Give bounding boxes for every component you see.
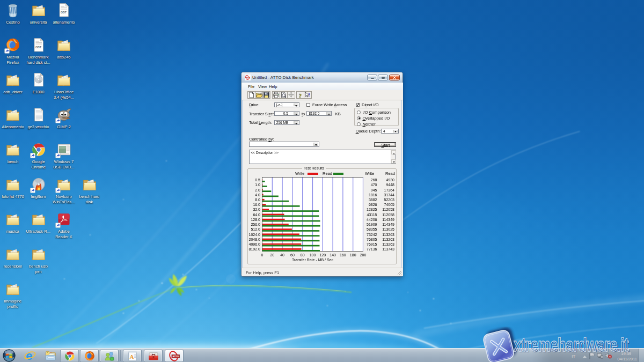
svg-text:xtremehardware.it: xtremehardware.it: [514, 335, 628, 356]
svg-text:ATTO: ATTO: [172, 355, 179, 358]
svg-text:ATTO: ATTO: [246, 77, 250, 78]
svg-text:e: e: [26, 350, 32, 361]
svg-text:A: A: [129, 353, 134, 359]
